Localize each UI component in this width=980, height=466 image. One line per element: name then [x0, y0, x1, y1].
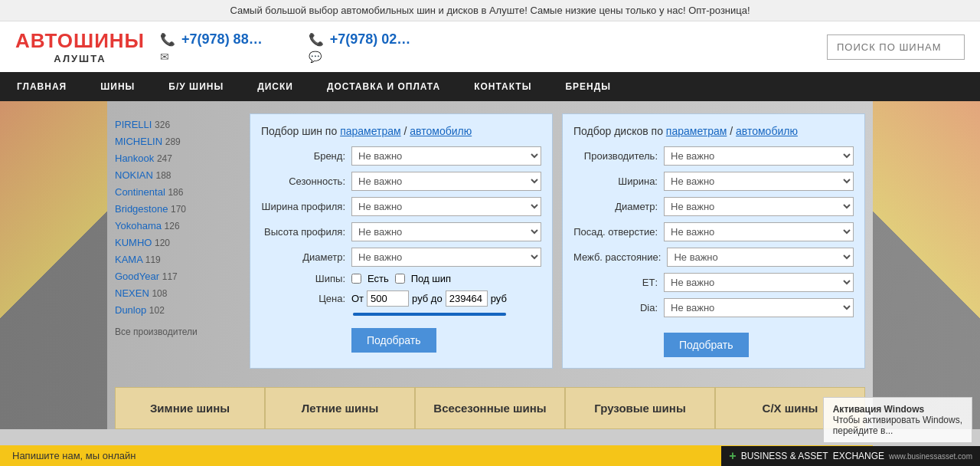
sidebar-item-pirelli[interactable]: PIRELLI 326	[115, 116, 237, 133]
nav-tires[interactable]: ШИНЫ	[83, 72, 152, 101]
price-row: Цена: От руб до руб	[261, 290, 541, 307]
price-inputs: От руб до руб	[351, 290, 541, 307]
nav-brands[interactable]: БРЕНДЫ	[548, 72, 628, 101]
discs-panel-title: Подбор дисков по параметрам / автомобилю	[573, 125, 854, 137]
sidebar-item-nokian[interactable]: NOKIAN 188	[115, 167, 237, 184]
skype-row: 💬	[309, 51, 411, 63]
height-row: Высота профиля: Не важно	[261, 222, 541, 241]
phone-link-2[interactable]: +7(978) 02…	[330, 31, 411, 48]
disc-diameter-row: Диаметр: Не важно	[573, 197, 854, 216]
brand-label: Бренд:	[261, 150, 345, 162]
disc-diameter-label: Диаметр:	[573, 201, 658, 212]
sidebar-item-hankook[interactable]: Hankook 247	[115, 150, 237, 167]
skype-icon: 💬	[309, 51, 322, 63]
diameter-select[interactable]: Не важно	[351, 248, 541, 267]
tires-car-link[interactable]: автомобилю	[410, 125, 472, 137]
disc-diameter-select[interactable]: Не важно	[664, 197, 854, 216]
disc-spacing-select[interactable]: Не важно	[667, 248, 854, 267]
sidebar-item-yokohama[interactable]: Yokohama 126	[115, 218, 237, 235]
phone-link-1[interactable]: +7(978) 88…	[181, 31, 263, 48]
tile-allseason[interactable]: Всесезонные шины	[415, 387, 565, 429]
disc-et-select[interactable]: Не важно	[664, 273, 854, 292]
logo-part1: АВТО	[15, 29, 74, 52]
tile-winter[interactable]: Зимние шины	[115, 387, 265, 429]
price-label: Цена:	[261, 293, 345, 304]
nav-home[interactable]: ГЛАВНАЯ	[0, 72, 83, 101]
logo-title: АВТОШИНЫ	[15, 29, 145, 53]
content-row: PIRELLI 326 MICHELIN 289 Hankook 247 NOK…	[0, 101, 980, 381]
disc-producer-label: Производитель:	[573, 150, 658, 162]
activation-overlay: Активация Windows Чтобы активировать Win…	[823, 397, 972, 429]
spikes-row: Шипы: Есть Под шип	[261, 273, 541, 284]
contact-col-1: 📞 +7(978) 88… ✉	[160, 31, 263, 63]
disc-spacing-label: Межб. расстояние:	[573, 251, 661, 263]
price-rub2-text: руб	[491, 293, 507, 304]
nav-delivery[interactable]: ДОСТАВКА И ОПЛАТА	[310, 72, 457, 101]
height-select[interactable]: Не важно	[351, 222, 541, 241]
sidebar-item-nexen[interactable]: NEXEN 108	[115, 285, 237, 302]
nav-discs[interactable]: ДИСКИ	[240, 72, 310, 101]
activation-line3: перейдите в...	[833, 425, 962, 429]
sidebar-item-kama[interactable]: KAMA 119	[115, 251, 237, 268]
spikes-yes-checkbox[interactable]	[351, 274, 361, 284]
disc-dia-label: Dia:	[573, 302, 658, 313]
disc-dia-select[interactable]: Не важно	[664, 298, 854, 317]
email-row: ✉	[160, 51, 263, 63]
price-from-input[interactable]	[367, 290, 409, 307]
spikes-under-checkbox[interactable]	[395, 274, 405, 284]
diameter-label: Диаметр:	[261, 251, 345, 263]
discs-submit-button[interactable]: Подобрать	[664, 333, 749, 357]
search-block	[827, 34, 965, 60]
search-input[interactable]	[827, 34, 965, 60]
disc-spacing-row: Межб. расстояние: Не важно	[573, 248, 854, 267]
sidebar-item-kumho[interactable]: KUMHO 120	[115, 235, 237, 251]
price-from-text: От	[351, 293, 364, 304]
price-slider-track[interactable]	[353, 313, 506, 316]
price-to-input[interactable]	[446, 290, 488, 307]
disc-producer-select[interactable]: Не важно	[664, 146, 854, 166]
price-slider-fill	[353, 313, 506, 316]
banner-text: Самый большой выбор автомобильных шин и …	[230, 5, 750, 16]
nav-contacts[interactable]: КОНТАКТЫ	[457, 72, 548, 101]
sidebar-item-goodyear[interactable]: GoodYear 117	[115, 268, 237, 285]
discs-params-link[interactable]: параметрам	[666, 125, 727, 137]
disc-producer-row: Производитель: Не важно	[573, 146, 854, 166]
email-icon: ✉	[160, 51, 169, 63]
phone-icon-2: 📞	[309, 32, 324, 47]
discs-car-link[interactable]: автомобилю	[736, 125, 798, 137]
disc-width-select[interactable]: Не важно	[664, 172, 854, 191]
activation-line2: Чтобы активировать Windows,	[833, 415, 962, 425]
contacts: 📞 +7(978) 88… ✉ 📞 +7(978) 02… 💬	[160, 31, 812, 63]
season-row: Сезонность: Не важно	[261, 172, 541, 191]
main-wrapper: PIRELLI 326 MICHELIN 289 Hankook 247 NOK…	[0, 101, 980, 429]
price-rub1-text: руб до	[412, 293, 443, 304]
spikes-label: Шипы:	[261, 273, 345, 284]
logo: АВТОШИНЫ АЛУШТА	[15, 29, 145, 64]
sidebar-item-continental[interactable]: Continental 186	[115, 184, 237, 201]
disc-width-row: Ширина: Не важно	[573, 172, 854, 191]
nav-used-tires[interactable]: Б/У ШИНЫ	[152, 72, 240, 101]
tires-params-link[interactable]: параметрам	[340, 125, 401, 137]
height-label: Высота профиля:	[261, 226, 345, 238]
price-slider-row	[353, 313, 541, 316]
disc-hole-select[interactable]: Не важно	[664, 222, 854, 241]
width-label: Ширина профиля:	[261, 201, 345, 212]
tile-truck[interactable]: Грузовые шины	[565, 387, 715, 429]
all-brands-link[interactable]: Все производители	[115, 323, 237, 340]
width-select[interactable]: Не важно	[351, 197, 541, 216]
logo-part2: ШИНЫ	[74, 29, 145, 52]
tires-submit-button[interactable]: Подобрать	[351, 328, 436, 353]
tires-filter-panel: Подбор шин по параметрам / автомобилю Бр…	[250, 113, 553, 369]
sidebar-item-dunlop[interactable]: Dunlop 102	[115, 302, 237, 319]
sidebar-item-bridgestone[interactable]: Bridgestone 170	[115, 201, 237, 218]
disc-width-label: Ширина:	[573, 176, 658, 187]
brand-select[interactable]: Не важно	[351, 146, 541, 166]
season-select[interactable]: Не важно	[351, 172, 541, 191]
tires-panel-title: Подбор шин по параметрам / автомобилю	[261, 125, 541, 137]
phone-row-2: 📞 +7(978) 02…	[309, 31, 411, 48]
sidebar-item-michelin[interactable]: MICHELIN 289	[115, 133, 237, 150]
tile-summer[interactable]: Летние шины	[265, 387, 415, 429]
spikes-checkboxes: Есть Под шип	[351, 273, 541, 284]
activation-line1: Активация Windows	[833, 404, 962, 415]
top-banner: Самый большой выбор автомобильных шин и …	[0, 0, 980, 21]
